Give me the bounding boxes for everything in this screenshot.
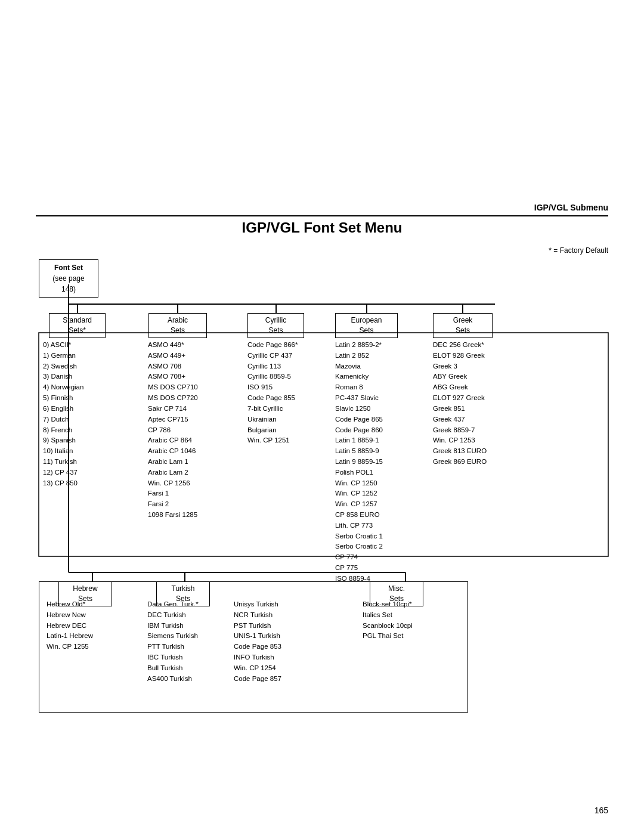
category-standard: Standard Sets* xyxy=(49,313,106,338)
font-set-sublabel: (see page 148) xyxy=(45,273,92,295)
category-greek: Greek Sets xyxy=(433,313,493,338)
items-hebrew: Hebrew Old* Hebrew New Hebrew DEC Latin-… xyxy=(47,599,93,652)
font-set-label: Font Set xyxy=(45,262,92,273)
category-arabic: Arabic Sets xyxy=(148,313,207,338)
page-number: 165 xyxy=(595,806,608,815)
items-arabic: ASMO 449* ASMO 449+ ASMO 708 ASMO 708+ M… xyxy=(148,340,198,521)
items-standard: 0) ASCII* 1) German 2) Swedish 3) Danish… xyxy=(43,340,83,488)
category-cyrillic: Cyrillic Sets xyxy=(247,313,304,338)
items-turkish-col2: Unisys Turkish NCR Turkish PST Turkish U… xyxy=(234,599,281,685)
items-misc: Block-set 10cpi* Italics Set Scanblock 1… xyxy=(363,599,413,642)
items-european: Latin 2 8859-2* Latin 2 852 Mazovia Kame… xyxy=(335,340,383,584)
items-turkish-col1: Data Gen. Turk.* DEC Turkish IBM Turkish… xyxy=(147,599,199,685)
items-cyrillic: Code Page 866* Cyrillic CP 437 Cyrillic … xyxy=(247,340,298,446)
submenu-label: IGP/VGL Submenu xyxy=(534,203,608,212)
page-title: IGP/VGL Font Set Menu xyxy=(242,219,402,236)
category-european: European Sets xyxy=(335,313,398,338)
items-greek: DEC 256 Greek* ELOT 928 Greek Greek 3 AB… xyxy=(433,340,487,467)
factory-default-note: * = Factory Default xyxy=(549,246,608,255)
svg-rect-7 xyxy=(39,333,608,556)
font-set-box: Font Set (see page 148) xyxy=(39,259,98,298)
